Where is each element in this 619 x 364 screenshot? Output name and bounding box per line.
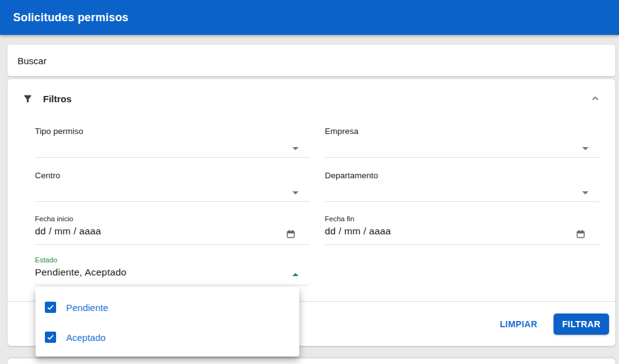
date-input-fecha-fin[interactable]: Fecha fin dd / mm / aaaa bbox=[325, 215, 600, 245]
select-estado[interactable]: Estado Pendiente, Aceptado bbox=[35, 256, 310, 285]
select-departamento[interactable]: Departamento bbox=[325, 171, 600, 202]
chevron-down-icon bbox=[292, 191, 299, 194]
search-card bbox=[7, 45, 615, 76]
collapse-panel-button[interactable] bbox=[588, 91, 603, 106]
select-tipo-permiso[interactable]: Tipo permiso bbox=[35, 127, 310, 158]
checkbox-checked-icon[interactable] bbox=[45, 332, 56, 343]
search-input[interactable] bbox=[17, 55, 605, 66]
field-underline bbox=[35, 201, 310, 202]
field-label: Fecha inicio bbox=[35, 215, 310, 223]
checkbox-checked-icon[interactable] bbox=[45, 302, 56, 313]
date-input-fecha-inicio[interactable]: Fecha inicio dd / mm / aaaa bbox=[35, 215, 310, 245]
calendar-icon[interactable] bbox=[575, 229, 586, 239]
field-underline bbox=[35, 285, 310, 285]
chevron-up-icon bbox=[589, 92, 602, 105]
chevron-up-icon bbox=[292, 273, 299, 276]
chevron-down-icon bbox=[292, 147, 299, 150]
field-label: Centro bbox=[35, 171, 310, 180]
page-title: Solicitudes permisos bbox=[13, 11, 128, 24]
field-label: Estado bbox=[35, 256, 310, 264]
date-value: dd / mm / aaaa bbox=[325, 226, 600, 237]
field-label: Tipo permiso bbox=[35, 127, 310, 136]
clear-filters-button[interactable]: LIMPIAR bbox=[494, 314, 544, 334]
field-label: Empresa bbox=[325, 127, 600, 136]
filters-title: Filtros bbox=[43, 93, 72, 104]
chevron-down-icon bbox=[582, 191, 588, 194]
field-label: Departamento bbox=[325, 171, 600, 180]
select-centro[interactable]: Centro bbox=[35, 171, 310, 202]
field-underline bbox=[35, 157, 310, 158]
apply-filters-button[interactable]: FILTRAR bbox=[554, 314, 609, 335]
option-aceptado[interactable]: Aceptado bbox=[36, 322, 299, 352]
calendar-icon[interactable] bbox=[286, 229, 296, 239]
select-empresa[interactable]: Empresa bbox=[325, 127, 600, 158]
field-underline bbox=[325, 244, 600, 245]
filters-panel-header[interactable]: Filtros bbox=[7, 79, 615, 118]
option-label: Pendiente bbox=[66, 302, 108, 313]
results-card bbox=[7, 358, 615, 364]
field-underline bbox=[325, 201, 600, 202]
field-underline bbox=[325, 157, 600, 158]
chevron-down-icon bbox=[582, 147, 588, 150]
estado-value: Pendiente, Aceptado bbox=[35, 267, 310, 278]
field-label: Fecha fin bbox=[325, 215, 600, 223]
option-pendiente[interactable]: Pendiente bbox=[36, 292, 299, 322]
estado-dropdown-menu: Pendiente Aceptado bbox=[36, 287, 299, 357]
date-value: dd / mm / aaaa bbox=[35, 226, 310, 237]
option-label: Aceptado bbox=[66, 332, 105, 343]
app-bar: Solicitudes permisos bbox=[0, 0, 619, 35]
field-underline bbox=[35, 244, 310, 245]
filter-icon bbox=[22, 93, 33, 104]
